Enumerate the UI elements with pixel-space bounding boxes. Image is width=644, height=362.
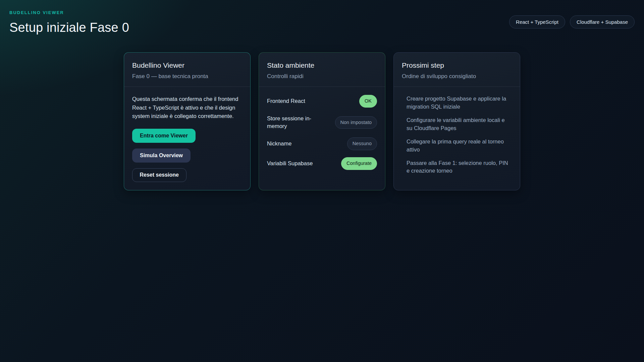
badge-cloudflare-supabase: Cloudflare + Supabase	[570, 15, 635, 28]
card-status-title: Stato ambiente	[267, 61, 377, 69]
card-steps-title: Prossimi step	[402, 61, 512, 69]
step-item: Creare progetto Supabase e applicare la …	[407, 95, 512, 111]
card-viewer-title: Budellino Viewer	[132, 61, 242, 69]
status-row-label: Store sessione in-memory	[267, 115, 331, 131]
status-row-nickname: Nickname Nessuno	[267, 137, 377, 150]
status-badge: OK	[359, 95, 377, 108]
viewer-actions: Entra come Viewer Simula Overview Reset …	[132, 129, 242, 182]
card-viewer-header: Budellino Viewer Fase 0 — base tecnica p…	[124, 53, 250, 87]
card-budellino-viewer: Budellino Viewer Fase 0 — base tecnica p…	[124, 52, 251, 190]
card-status-header: Stato ambiente Controlli rapidi	[259, 53, 385, 87]
card-environment-status: Stato ambiente Controlli rapidi Frontend…	[259, 52, 385, 190]
steps-list: Creare progetto Supabase e applicare la …	[402, 95, 512, 175]
status-row-frontend-react: Frontend React OK	[267, 95, 377, 108]
status-rows: Frontend React OK Store sessione in-memo…	[259, 87, 385, 178]
card-viewer-subtitle: Fase 0 — base tecnica pronta	[132, 73, 242, 80]
status-row-supabase-vars: Variabili Supabase Configurate	[267, 157, 377, 170]
reset-session-button[interactable]: Reset sessione	[132, 168, 186, 182]
card-viewer-description: Questa schermata conferma che il fronten…	[132, 95, 242, 121]
status-row-session-store: Store sessione in-memory Non impostato	[267, 115, 377, 131]
status-badge: Non impostato	[335, 116, 377, 129]
step-item: Collegare la prima query reale al torneo…	[407, 138, 512, 154]
step-item: Passare alla Fase 1: selezione ruolo, PI…	[407, 159, 512, 175]
brand-label: BUDELLINO VIEWER	[9, 10, 635, 15]
status-row-label: Variabili Supabase	[267, 160, 313, 168]
tech-badges: React + TypeScript Cloudflare + Supabase	[509, 15, 635, 28]
status-badge: Configurate	[341, 157, 377, 170]
step-item: Configurare le variabili ambiente locali…	[407, 116, 512, 132]
card-steps-subtitle: Ordine di sviluppo consigliato	[402, 73, 512, 80]
card-steps-body: Creare progetto Supabase e applicare la …	[394, 87, 520, 183]
status-row-label: Frontend React	[267, 97, 305, 105]
cards-row: Budellino Viewer Fase 0 — base tecnica p…	[0, 52, 644, 190]
badge-react-typescript: React + TypeScript	[509, 15, 565, 28]
enter-viewer-button[interactable]: Entra come Viewer	[132, 129, 196, 143]
card-viewer-body: Questa schermata conferma che il fronten…	[124, 87, 250, 190]
card-next-steps: Prossimi step Ordine di sviluppo consigl…	[393, 52, 520, 190]
card-status-subtitle: Controlli rapidi	[267, 73, 377, 80]
card-steps-header: Prossimi step Ordine di sviluppo consigl…	[394, 53, 520, 87]
status-badge: Nessuno	[347, 137, 377, 150]
simulate-overview-button[interactable]: Simula Overview	[132, 148, 191, 163]
status-row-label: Nickname	[267, 140, 291, 148]
